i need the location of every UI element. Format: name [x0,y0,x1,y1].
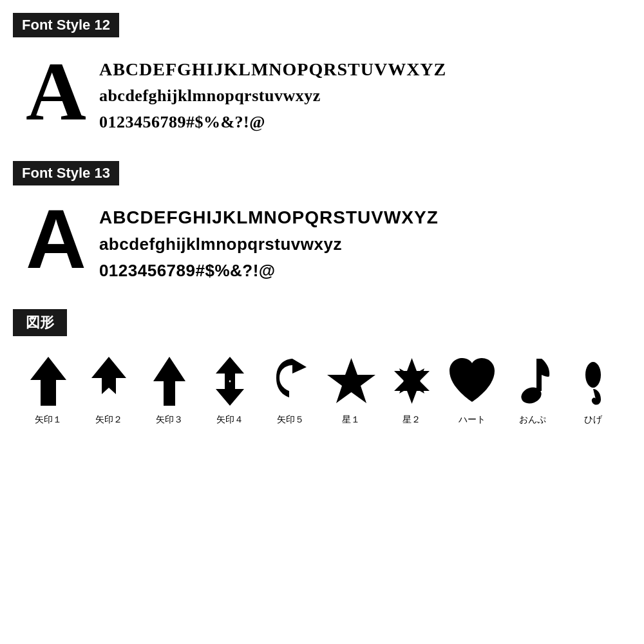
font-style-13-numbers: 0123456789#$%&?!@ [99,258,439,283]
hige-label: ひげ [584,414,602,426]
font-style-12-charset: ABCDEFGHIJKLMNOPQRSTUVWXYZ abcdefghijklm… [99,55,446,135]
yajirushi4-icon [204,352,256,410]
heart-label: ハート [459,414,486,426]
font-style-13-demo: A ABCDEFGHIJKLMNOPQRSTUVWXYZ abcdefghijk… [13,197,631,290]
onpu-icon [507,352,558,410]
font-style-13-uppercase: ABCDEFGHIJKLMNOPQRSTUVWXYZ [99,204,439,231]
shape-hoshi1: 星１ [322,352,380,426]
shape-heart: ハート [443,352,501,426]
font-style-12-section: Font Style 12 A ABCDEFGHIJKLMNOPQRSTUVWX… [13,13,631,142]
onpu-label: おんぷ [519,414,546,426]
shape-hoshi2: 星２ [383,352,440,426]
shapes-header: 図形 [13,309,67,336]
font-style-12-header: Font Style 12 [13,13,119,37]
svg-marker-0 [30,357,66,406]
yajirushi3-icon [144,352,195,410]
yajirushi3-label: 矢印３ [156,414,183,426]
font-style-12-demo: A ABCDEFGHIJKLMNOPQRSTUVWXYZ abcdefghijk… [13,49,631,142]
font-style-12-title: Font Style 12 [22,17,110,33]
font-style-13-section: Font Style 13 A ABCDEFGHIJKLMNOPQRSTUVWX… [13,161,631,290]
font-style-13-big-letter: A [26,197,86,281]
font-style-12-lowercase: abcdefghijklmnopqrstuvwxyz [99,83,446,109]
font-style-13-title: Font Style 13 [22,165,110,181]
hige-icon [567,352,619,410]
svg-marker-1 [91,357,126,394]
hoshi2-icon [386,352,437,410]
font-style-13-lowercase: abcdefghijklmnopqrstuvwxyz [99,231,439,257]
shape-yajirushi1: 矢印１ [19,352,77,426]
shape-onpu: おんぷ [504,352,562,426]
hoshi1-label: 星１ [342,414,360,426]
shape-yajirushi5: 矢印５ [261,352,319,426]
font-style-13-header: Font Style 13 [13,161,119,185]
svg-marker-4 [216,376,244,406]
svg-marker-5 [327,358,375,403]
shapes-row: 矢印１ 矢印２ 矢印３ [13,352,631,426]
svg-marker-2 [153,357,185,406]
yajirushi4-label: 矢印４ [216,414,243,426]
shapes-section: 図形 矢印１ 矢印２ [13,309,631,426]
yajirushi2-label: 矢印２ [95,414,122,426]
shape-yajirushi4: 矢印４ [201,352,259,426]
hoshi1-icon [325,352,377,410]
yajirushi5-icon [265,352,316,410]
font-style-12-big-letter: A [26,49,86,133]
hoshi2-label: 星２ [402,414,421,426]
shape-yajirushi3: 矢印３ [140,352,198,426]
shapes-title: 図形 [26,314,54,330]
font-style-13-charset: ABCDEFGHIJKLMNOPQRSTUVWXYZ abcdefghijklm… [99,204,439,283]
shape-hige: ひげ [564,352,622,426]
yajirushi1-label: 矢印１ [35,414,62,426]
yajirushi1-icon [23,352,74,410]
svg-rect-8 [536,359,542,391]
shape-yajirushi2: 矢印２ [80,352,138,426]
svg-marker-3 [216,357,244,386]
heart-icon [446,352,498,410]
font-style-12-numbers: 0123456789#$%&?!@ [99,109,446,135]
yajirushi2-icon [83,352,135,410]
font-style-12-uppercase: ABCDEFGHIJKLMNOPQRSTUVWXYZ [99,55,446,83]
yajirushi5-label: 矢印５ [277,414,304,426]
